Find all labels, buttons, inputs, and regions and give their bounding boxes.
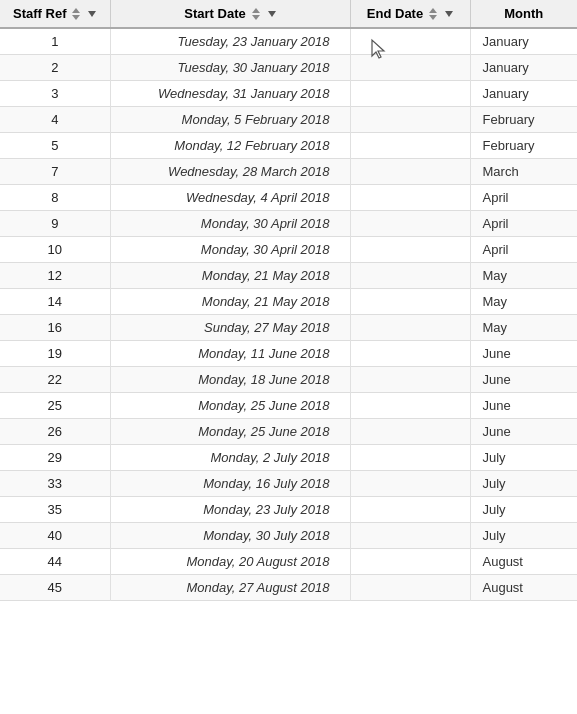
cell-staff-ref: 44 bbox=[0, 549, 110, 575]
cell-end-date bbox=[350, 471, 470, 497]
cell-month: August bbox=[470, 549, 577, 575]
cell-staff-ref: 7 bbox=[0, 159, 110, 185]
filter-arrow-end-date[interactable] bbox=[445, 11, 453, 17]
filter-arrow-staff-ref[interactable] bbox=[88, 11, 96, 17]
cell-start-date: Tuesday, 30 January 2018 bbox=[110, 55, 350, 81]
cell-staff-ref: 22 bbox=[0, 367, 110, 393]
table-row: 26Monday, 25 June 2018June bbox=[0, 419, 577, 445]
cell-month: May bbox=[470, 315, 577, 341]
cell-end-date bbox=[350, 185, 470, 211]
table-row: 33Monday, 16 July 2018July bbox=[0, 471, 577, 497]
cell-staff-ref: 40 bbox=[0, 523, 110, 549]
cell-staff-ref: 1 bbox=[0, 28, 110, 55]
sort-icon-end-date bbox=[427, 7, 439, 21]
table-row: 35Monday, 23 July 2018July bbox=[0, 497, 577, 523]
table-row: 3Wednesday, 31 January 2018January bbox=[0, 81, 577, 107]
cell-start-date: Monday, 23 July 2018 bbox=[110, 497, 350, 523]
cell-month: April bbox=[470, 237, 577, 263]
cell-end-date bbox=[350, 393, 470, 419]
cell-end-date bbox=[350, 263, 470, 289]
cell-staff-ref: 16 bbox=[0, 315, 110, 341]
cell-start-date: Monday, 27 August 2018 bbox=[110, 575, 350, 601]
cell-start-date: Monday, 21 May 2018 bbox=[110, 289, 350, 315]
cell-start-date: Monday, 11 June 2018 bbox=[110, 341, 350, 367]
cell-staff-ref: 4 bbox=[0, 107, 110, 133]
cell-end-date bbox=[350, 445, 470, 471]
cell-staff-ref: 33 bbox=[0, 471, 110, 497]
cell-end-date bbox=[350, 549, 470, 575]
table-row: 40Monday, 30 July 2018July bbox=[0, 523, 577, 549]
cell-start-date: Tuesday, 23 January 2018 bbox=[110, 28, 350, 55]
cell-start-date: Monday, 16 July 2018 bbox=[110, 471, 350, 497]
cell-end-date bbox=[350, 289, 470, 315]
column-header-end-date[interactable]: End Date bbox=[350, 0, 470, 28]
cell-staff-ref: 8 bbox=[0, 185, 110, 211]
cell-month: June bbox=[470, 367, 577, 393]
cell-end-date bbox=[350, 55, 470, 81]
cell-start-date: Monday, 12 February 2018 bbox=[110, 133, 350, 159]
cell-month: July bbox=[470, 445, 577, 471]
column-header-staff-ref[interactable]: Staff Ref bbox=[0, 0, 110, 28]
cell-month: January bbox=[470, 81, 577, 107]
cell-start-date: Monday, 25 June 2018 bbox=[110, 393, 350, 419]
cell-start-date: Monday, 30 July 2018 bbox=[110, 523, 350, 549]
column-label-start-date: Start Date bbox=[184, 6, 245, 21]
table-row: 44Monday, 20 August 2018August bbox=[0, 549, 577, 575]
cell-staff-ref: 9 bbox=[0, 211, 110, 237]
cell-end-date bbox=[350, 211, 470, 237]
cell-end-date bbox=[350, 28, 470, 55]
cell-start-date: Monday, 30 April 2018 bbox=[110, 211, 350, 237]
cell-staff-ref: 26 bbox=[0, 419, 110, 445]
column-label-end-date: End Date bbox=[367, 6, 423, 21]
cell-month: July bbox=[470, 471, 577, 497]
cell-start-date: Monday, 25 June 2018 bbox=[110, 419, 350, 445]
cell-end-date bbox=[350, 81, 470, 107]
column-header-month[interactable]: Month bbox=[470, 0, 577, 28]
cell-month: August bbox=[470, 575, 577, 601]
cell-month: May bbox=[470, 263, 577, 289]
cell-staff-ref: 3 bbox=[0, 81, 110, 107]
table-row: 29Monday, 2 July 2018July bbox=[0, 445, 577, 471]
table-row: 8Wednesday, 4 April 2018April bbox=[0, 185, 577, 211]
cell-end-date bbox=[350, 159, 470, 185]
cell-month: January bbox=[470, 55, 577, 81]
cell-start-date: Monday, 30 April 2018 bbox=[110, 237, 350, 263]
cell-start-date: Monday, 2 July 2018 bbox=[110, 445, 350, 471]
sort-icon-start-date bbox=[250, 7, 262, 21]
cell-end-date bbox=[350, 523, 470, 549]
cell-end-date bbox=[350, 497, 470, 523]
cell-start-date: Sunday, 27 May 2018 bbox=[110, 315, 350, 341]
cell-month: April bbox=[470, 211, 577, 237]
cell-start-date: Monday, 20 August 2018 bbox=[110, 549, 350, 575]
table-row: 4Monday, 5 February 2018February bbox=[0, 107, 577, 133]
filter-arrow-start-date[interactable] bbox=[268, 11, 276, 17]
cell-start-date: Wednesday, 4 April 2018 bbox=[110, 185, 350, 211]
cell-month: June bbox=[470, 419, 577, 445]
cell-staff-ref: 12 bbox=[0, 263, 110, 289]
cell-end-date bbox=[350, 133, 470, 159]
table-row: 22Monday, 18 June 2018June bbox=[0, 367, 577, 393]
cell-start-date: Monday, 21 May 2018 bbox=[110, 263, 350, 289]
table-row: 16Sunday, 27 May 2018May bbox=[0, 315, 577, 341]
column-header-start-date[interactable]: Start Date bbox=[110, 0, 350, 28]
cell-staff-ref: 10 bbox=[0, 237, 110, 263]
data-table: Staff Ref Start Date End Date bbox=[0, 0, 577, 601]
table-row: 45Monday, 27 August 2018August bbox=[0, 575, 577, 601]
table-row: 10Monday, 30 April 2018April bbox=[0, 237, 577, 263]
cell-end-date bbox=[350, 367, 470, 393]
table-row: 5Monday, 12 February 2018February bbox=[0, 133, 577, 159]
table-row: 14Monday, 21 May 2018May bbox=[0, 289, 577, 315]
cell-month: June bbox=[470, 393, 577, 419]
cell-start-date: Wednesday, 28 March 2018 bbox=[110, 159, 350, 185]
cell-staff-ref: 45 bbox=[0, 575, 110, 601]
cell-end-date bbox=[350, 107, 470, 133]
sort-icon-staff-ref bbox=[70, 7, 82, 21]
cell-end-date bbox=[350, 419, 470, 445]
cell-month: March bbox=[470, 159, 577, 185]
cell-staff-ref: 5 bbox=[0, 133, 110, 159]
table-row: 2Tuesday, 30 January 2018January bbox=[0, 55, 577, 81]
cell-staff-ref: 35 bbox=[0, 497, 110, 523]
cell-staff-ref: 14 bbox=[0, 289, 110, 315]
cell-end-date bbox=[350, 575, 470, 601]
table-row: 19Monday, 11 June 2018June bbox=[0, 341, 577, 367]
